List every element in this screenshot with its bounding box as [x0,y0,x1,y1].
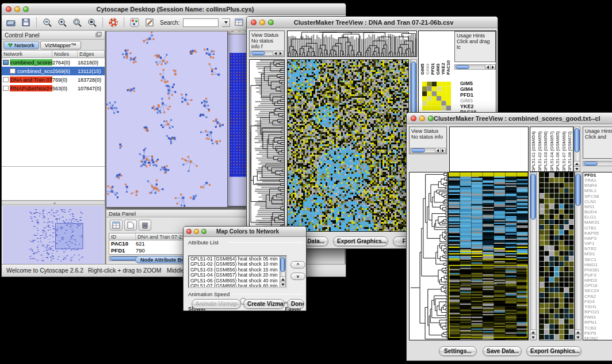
hscroll-left-arrow[interactable] [485,65,490,69]
gene-label[interactable]: HRD3 [584,278,612,283]
zoom-fit-icon[interactable] [71,17,83,28]
gene-label[interactable]: HMG1 [584,262,612,267]
dense-network-view[interactable] [230,53,247,181]
treeview-button[interactable]: Export Graphics... [333,236,388,246]
column-labels-vscrollbar[interactable] [573,127,580,172]
close-button[interactable] [411,116,416,121]
network-tree-row[interactable]: combined_scores 2764(0) 16218(0) [2,58,105,67]
usage-hints-hscrollbar[interactable] [454,64,496,70]
vscroll-thumb[interactable] [575,174,581,206]
gene-label[interactable]: RPO21 [584,309,612,315]
gene-label[interactable]: GPI16 [584,283,612,288]
heatmap-vscrollbar[interactable] [530,172,537,340]
treeview-button[interactable]: Save Data... [483,346,522,356]
panel-splitter-handle[interactable] [2,201,105,205]
gene-label[interactable]: YSH1 [584,304,612,309]
zoom-in-icon[interactable] [56,17,68,28]
control-panel-tab[interactable]: Network [3,41,39,49]
gene-label[interactable]: PAN1 [584,315,612,320]
attribute-list-item[interactable]: GPL51-07 (GSM868) heat shock 60 min [189,283,280,288]
zoom-button[interactable] [268,20,274,25]
zoom-selected-icon[interactable] [86,17,98,28]
dialog-title-bar[interactable]: Map Colors to Network [183,227,306,237]
expression-heatmap[interactable] [449,173,528,340]
minimize-button[interactable] [14,6,20,12]
gene-label[interactable]: HAP3 [584,236,612,241]
gene-label[interactable]: VIP1 [584,241,612,246]
treeview1-title-bar[interactable]: ClusterMaker TreeView : DNA and Tran 07-… [247,17,498,28]
hscroll-right-arrow[interactable] [490,65,495,69]
gene-label[interactable]: PEP5 [584,331,612,336]
minimize-button[interactable] [419,116,425,121]
gene-label[interactable]: FIG4 [584,299,612,304]
treeview2-title-bar[interactable]: ClusterMaker TreeView : combined_scores_… [407,113,612,124]
gene-label[interactable]: RPN1 [584,320,612,325]
network-tree-row[interactable]: RNAPuberNov2+ 563(0) 107847(0) [2,84,105,93]
vscroll-down-arrow[interactable] [574,166,580,171]
gene-label[interactable]: GIM4 [460,86,495,92]
zoom-button[interactable] [23,6,29,12]
save-icon[interactable] [20,17,32,28]
search-input[interactable] [183,18,219,27]
help-lifebuoy-icon[interactable] [108,17,119,28]
search-dropdown-arrow[interactable] [222,18,230,27]
hscroll-left-arrow[interactable] [273,51,278,55]
similarity-matrix-thumbnail[interactable] [422,82,451,110]
vscroll-up-arrow[interactable] [575,329,581,335]
close-button[interactable] [251,20,257,25]
usage-hints-hscrollbar[interactable] [583,161,612,166]
vscroll-down-arrow[interactable] [280,282,285,287]
close-button[interactable] [186,229,192,234]
treeview-button[interactable]: Settings... [439,346,477,356]
gene-label[interactable]: CPA2 [584,294,612,299]
gene-label[interactable]: YRA1 [584,178,612,183]
zoomed-heatmap[interactable] [540,173,574,340]
gene-label[interactable]: BUD4 [584,209,612,214]
view-status-hscrollbar[interactable] [410,148,446,153]
move-down-button[interactable]: v [290,273,305,280]
hscroll-thumb[interactable] [584,162,598,166]
gene-label[interactable]: TCB3 [584,325,612,331]
gene-label[interactable]: KAP95 [584,231,612,236]
network-view-canvas[interactable] [106,32,227,207]
done-button[interactable]: Done [287,299,304,309]
gene-label[interactable]: MON2 [584,336,612,340]
open-file-icon[interactable] [5,17,17,28]
close-button[interactable] [230,31,235,32]
control-panel-tab[interactable]: VizMapper™ [40,41,81,49]
hscroll-thumb[interactable] [251,51,265,55]
vscroll-thumb[interactable] [574,128,580,152]
gene-label[interactable]: MAK31 [584,220,612,225]
vscroll-down-arrow[interactable] [530,335,536,340]
column-dendrogram[interactable] [450,127,528,171]
hscroll-right-arrow[interactable] [278,51,283,55]
vizmapper-icon[interactable] [129,17,140,28]
gene-label[interactable]: PHO81 [584,267,612,273]
animate-vizmap-button[interactable]: Animate Vizmap [192,299,241,309]
vscroll-thumb[interactable] [280,257,285,272]
gene-label[interactable]: YKE2 [460,104,495,109]
row-dendrogram[interactable] [250,60,284,231]
zoom-button[interactable] [428,116,434,121]
attribute-list-vscrollbar[interactable] [280,256,286,287]
zoom-out-icon[interactable] [41,17,53,28]
vscroll-up-arrow[interactable] [574,161,580,166]
treeview-button[interactable]: Export Graphics... [526,346,582,356]
gene-label[interactable]: MSI1 [584,251,612,256]
network-tree-row[interactable]: DNA and Tran 07 769(0) 183728(0) [2,75,105,84]
hscroll-left-arrow[interactable] [435,148,440,152]
zoom-vscrollbar[interactable] [575,172,582,340]
hscroll-thumb[interactable] [456,65,469,69]
gene-label[interactable]: RNR4 [584,183,612,188]
gene-label[interactable]: PFD1 [460,92,495,98]
expression-heatmap[interactable] [288,60,408,231]
view-status-hscrollbar[interactable] [250,51,284,56]
network-table-icon[interactable] [234,17,245,28]
hscroll-right-arrow[interactable] [440,148,445,152]
gene-label[interactable]: CLN1 [584,199,612,204]
gene-label[interactable]: SEC1 [584,257,612,262]
new-attribute-icon[interactable] [124,220,137,231]
gene-label[interactable]: NIS1 [584,204,612,209]
gene-label[interactable]: ELG1 [584,214,612,220]
float-panel-icon[interactable] [95,32,102,39]
